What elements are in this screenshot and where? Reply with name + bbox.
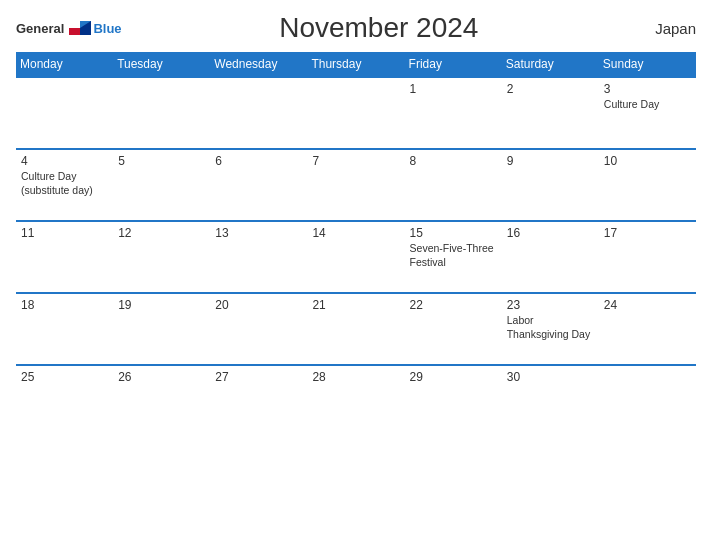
- day-number: 20: [215, 298, 302, 312]
- weekday-header-monday: Monday: [16, 52, 113, 77]
- day-number: 22: [410, 298, 497, 312]
- calendar-cell: 4Culture Day(substitute day): [16, 149, 113, 221]
- day-number: 11: [21, 226, 108, 240]
- calendar-cell: 5: [113, 149, 210, 221]
- calendar-cell: 18: [16, 293, 113, 365]
- calendar-week-row: 4Culture Day(substitute day)5678910: [16, 149, 696, 221]
- logo-blue-text: Blue: [93, 21, 121, 36]
- day-number: 25: [21, 370, 108, 384]
- weekday-header-saturday: Saturday: [502, 52, 599, 77]
- calendar-cell: 6: [210, 149, 307, 221]
- calendar-cell: 2: [502, 77, 599, 149]
- calendar-cell: [599, 365, 696, 437]
- event-label: Seven-Five-Three: [410, 242, 497, 256]
- day-number: 29: [410, 370, 497, 384]
- calendar-page: General Blue November 2024 Japan MondayT…: [0, 0, 712, 550]
- day-number: 7: [312, 154, 399, 168]
- calendar-week-row: 1112131415Seven-Five-ThreeFestival1617: [16, 221, 696, 293]
- day-number: 28: [312, 370, 399, 384]
- calendar-cell: 10: [599, 149, 696, 221]
- day-number: 1: [410, 82, 497, 96]
- day-number: 30: [507, 370, 594, 384]
- calendar-cell: 24: [599, 293, 696, 365]
- day-number: 16: [507, 226, 594, 240]
- day-number: 18: [21, 298, 108, 312]
- calendar-cell: 16: [502, 221, 599, 293]
- calendar-cell: 27: [210, 365, 307, 437]
- calendar-cell: 21: [307, 293, 404, 365]
- weekday-header-tuesday: Tuesday: [113, 52, 210, 77]
- calendar-cell: 29: [405, 365, 502, 437]
- event-label: (substitute day): [21, 184, 108, 198]
- day-number: 19: [118, 298, 205, 312]
- weekday-header-friday: Friday: [405, 52, 502, 77]
- calendar-week-row: 181920212223LaborThanksgiving Day24: [16, 293, 696, 365]
- day-number: 6: [215, 154, 302, 168]
- weekday-header-wednesday: Wednesday: [210, 52, 307, 77]
- event-label: Culture Day: [604, 98, 691, 112]
- calendar-cell: 3Culture Day: [599, 77, 696, 149]
- calendar-cell: 22: [405, 293, 502, 365]
- day-number: 26: [118, 370, 205, 384]
- calendar-cell: 9: [502, 149, 599, 221]
- day-number: 15: [410, 226, 497, 240]
- calendar-cell: 11: [16, 221, 113, 293]
- day-number: 21: [312, 298, 399, 312]
- weekday-header-thursday: Thursday: [307, 52, 404, 77]
- calendar-cell: 13: [210, 221, 307, 293]
- weekday-header-sunday: Sunday: [599, 52, 696, 77]
- day-number: 24: [604, 298, 691, 312]
- day-number: 14: [312, 226, 399, 240]
- calendar-header: MondayTuesdayWednesdayThursdayFridaySatu…: [16, 52, 696, 77]
- day-number: 10: [604, 154, 691, 168]
- calendar-cell: 25: [16, 365, 113, 437]
- day-number: 3: [604, 82, 691, 96]
- calendar-table: MondayTuesdayWednesdayThursdayFridaySatu…: [16, 52, 696, 437]
- calendar-cell: 19: [113, 293, 210, 365]
- calendar-cell: 26: [113, 365, 210, 437]
- day-number: 27: [215, 370, 302, 384]
- logo: General Blue: [16, 21, 122, 36]
- calendar-cell: 15Seven-Five-ThreeFestival: [405, 221, 502, 293]
- day-number: 8: [410, 154, 497, 168]
- calendar-cell: 23LaborThanksgiving Day: [502, 293, 599, 365]
- calendar-cell: [210, 77, 307, 149]
- calendar-cell: 1: [405, 77, 502, 149]
- calendar-cell: [307, 77, 404, 149]
- day-number: 17: [604, 226, 691, 240]
- calendar-cell: 17: [599, 221, 696, 293]
- day-number: 13: [215, 226, 302, 240]
- calendar-week-row: 252627282930: [16, 365, 696, 437]
- day-number: 12: [118, 226, 205, 240]
- calendar-cell: 8: [405, 149, 502, 221]
- logo-general-text: General: [16, 21, 64, 36]
- header: General Blue November 2024 Japan: [16, 12, 696, 44]
- calendar-cell: 30: [502, 365, 599, 437]
- calendar-cell: 7: [307, 149, 404, 221]
- logo-flag-icon: [69, 21, 91, 35]
- calendar-cell: [16, 77, 113, 149]
- calendar-cell: 14: [307, 221, 404, 293]
- calendar-cell: [113, 77, 210, 149]
- day-number: 23: [507, 298, 594, 312]
- day-number: 4: [21, 154, 108, 168]
- calendar-cell: 12: [113, 221, 210, 293]
- day-number: 2: [507, 82, 594, 96]
- calendar-cell: 20: [210, 293, 307, 365]
- calendar-title: November 2024: [122, 12, 636, 44]
- event-label: Labor: [507, 314, 594, 328]
- event-label: Festival: [410, 256, 497, 270]
- calendar-cell: 28: [307, 365, 404, 437]
- calendar-week-row: 123Culture Day: [16, 77, 696, 149]
- day-number: 9: [507, 154, 594, 168]
- event-label: Thanksgiving Day: [507, 328, 594, 342]
- country-label: Japan: [636, 20, 696, 37]
- day-number: 5: [118, 154, 205, 168]
- calendar-body: 123Culture Day4Culture Day(substitute da…: [16, 77, 696, 437]
- weekday-header-row: MondayTuesdayWednesdayThursdayFridaySatu…: [16, 52, 696, 77]
- event-label: Culture Day: [21, 170, 108, 184]
